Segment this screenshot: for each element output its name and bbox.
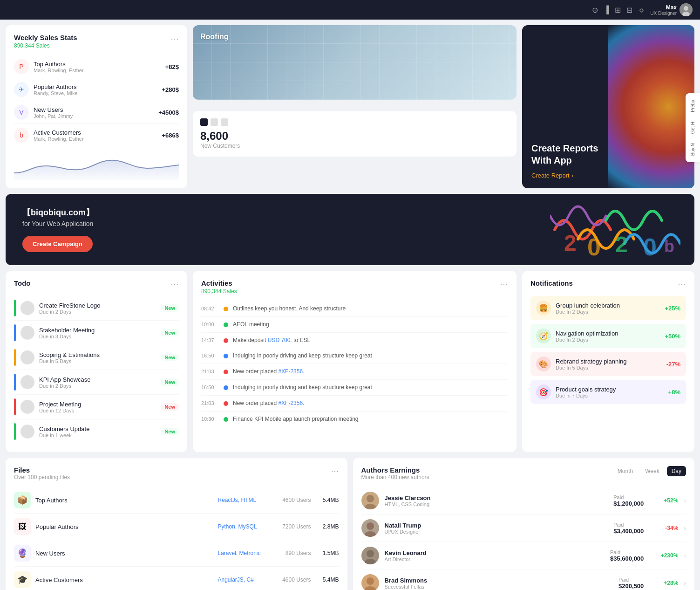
- author-amount-1: $3,400,000: [613, 528, 644, 535]
- todo-badge-0: New: [161, 304, 179, 312]
- promo-text: 【biqobiqu.com】 for Your Web Application …: [22, 207, 94, 252]
- activity-item-3: 16:50 Indulging in poorly driving and ke…: [201, 348, 508, 364]
- stat-new-users-sub: John, Pat, Jimmy: [34, 113, 154, 119]
- activity-time-2: 14:37: [201, 337, 219, 343]
- svg-point-13: [365, 559, 376, 564]
- create-report-link[interactable]: Create Report ›: [531, 172, 685, 179]
- todo-badge-4: New: [161, 403, 179, 411]
- todo-badge-1: New: [161, 329, 179, 336]
- activity-time-0: 08:42: [201, 306, 219, 311]
- todo-item-3: KPI App Showcase Due in 2 Days New: [14, 370, 179, 395]
- user-profile[interactable]: Max UX Designer: [650, 3, 693, 16]
- notif-due-0: Due In 2 Days: [556, 309, 660, 315]
- svg-point-1: [684, 6, 688, 11]
- notif-icon-3: 🎯: [536, 384, 551, 399]
- todo-item-0: Create FireStone Logo Due in 2 Days New: [14, 296, 179, 321]
- todo-due-0: Due in 2 Days: [39, 309, 156, 315]
- top-authors-icon: P: [14, 59, 29, 74]
- file-users-0: 4600 Users: [274, 497, 311, 503]
- activity-link-4[interactable]: #XF-2356.: [278, 368, 304, 375]
- activity-dot-2: [224, 338, 228, 343]
- author-item-3: Brad Simmons Successful Fellas Paid $200…: [361, 569, 686, 590]
- todo-indicator-1: [14, 324, 16, 341]
- activity-link-2[interactable]: USD 700.: [268, 337, 292, 343]
- middle-col: Roofing 8,600 New Customers: [193, 25, 517, 188]
- svg-point-12: [367, 550, 374, 557]
- filter-icon[interactable]: ▐: [604, 6, 609, 14]
- notif-value-0: +25%: [665, 305, 680, 312]
- file-name-0: Top Authors: [35, 497, 213, 504]
- create-campaign-button[interactable]: Create Campaign: [22, 236, 93, 252]
- nc-icon-light: [211, 118, 218, 126]
- notif-item-3: 🎯 Product goals strategy Due in 7 Days +…: [530, 380, 686, 404]
- author-amount-3: $200,500: [618, 583, 644, 590]
- author-item-2: Kevin Leonard Art Director Paid $35,600,…: [361, 542, 686, 569]
- notif-due-2: Due In 5 Days: [556, 365, 662, 370]
- author-change-1: -34%: [655, 525, 678, 531]
- notif-due-1: Due In 2 Days: [556, 337, 660, 343]
- notifications-list: 🍔 Group lunch celebration Due In 2 Days …: [530, 296, 686, 404]
- activities-menu[interactable]: ⋯: [500, 279, 508, 289]
- author-name-2: Kevin Leonard: [385, 549, 605, 556]
- activity-text-4: New order placed #XF-2356.: [233, 368, 304, 376]
- search-icon[interactable]: ⊙: [592, 6, 598, 14]
- ae-subtitle: More than 400 new authors: [361, 474, 429, 480]
- todo-menu[interactable]: ⋯: [170, 279, 179, 289]
- author-chevron-3[interactable]: ›: [684, 579, 686, 587]
- activities-subtitle: 890,344 Sales: [201, 288, 237, 295]
- todo-indicator-4: [14, 398, 16, 415]
- activity-time-1: 10:00: [201, 322, 219, 327]
- author-chevron-2[interactable]: ›: [684, 552, 686, 559]
- author-chevron-1[interactable]: ›: [684, 524, 686, 532]
- tab-month[interactable]: Month: [613, 466, 638, 476]
- stat-active-customers-value: +686$: [162, 132, 179, 139]
- promo-subtitle: for Your Web Application: [22, 220, 94, 227]
- grid2-icon[interactable]: ⊟: [626, 6, 632, 14]
- activity-item-1: 10:00 AEOL meeting: [201, 317, 508, 333]
- todo-name-3: KPI App Showcase: [39, 376, 156, 383]
- weekly-sales-menu[interactable]: ⋯: [170, 34, 179, 44]
- new-users-icon: V: [14, 105, 29, 120]
- stat-new-users-name: New Users: [34, 106, 154, 113]
- weekly-sales-subtitle: 890,344 Sales: [14, 42, 77, 49]
- active-customers-icon: b: [14, 128, 29, 143]
- todo-due-5: Due in 1 week: [39, 432, 156, 438]
- file-name-3: Active Customers: [35, 576, 213, 583]
- notifications-title: Notifications: [530, 279, 573, 287]
- svg-point-10: [367, 522, 374, 530]
- file-users-1: 7200 Users: [274, 523, 311, 530]
- todo-due-3: Due in 2 Days: [39, 383, 156, 389]
- activity-time-5: 16:50: [201, 384, 219, 390]
- svg-text:2: 2: [564, 231, 577, 255]
- activity-dot-0: [224, 307, 228, 311]
- todo-item-2: Scoping & Estimations Due in 5 Days New: [14, 345, 179, 370]
- hint-prebu[interactable]: Prebu: [689, 97, 696, 115]
- activity-list: 08:42 Outlines keep you honest. And keep…: [201, 301, 508, 426]
- author-chevron-0[interactable]: ›: [684, 497, 686, 504]
- todo-list: Create FireStone Logo Due in 2 Days New …: [14, 296, 179, 444]
- author-paid-label-0: Paid: [613, 494, 644, 500]
- file-item-3: 🎓 Active Customers AngularJS, C# 4600 Us…: [14, 567, 339, 590]
- stat-popular-authors-name: Popular Authors: [34, 83, 157, 90]
- stat-active-customers-name: Active Customers: [34, 129, 157, 136]
- activity-text-0: Outlines keep you honest. And keep struc…: [233, 305, 346, 313]
- tab-week[interactable]: Week: [640, 466, 664, 476]
- files-menu[interactable]: ⋯: [331, 466, 339, 476]
- hint-buy-n[interactable]: Buy N: [689, 140, 696, 158]
- avatar[interactable]: [680, 3, 693, 16]
- username-label: Max: [650, 4, 677, 11]
- nc-icon-dark: [200, 118, 208, 126]
- activity-dot-1: [224, 322, 228, 327]
- files-title: Files: [14, 466, 70, 474]
- activity-text-6: New order placed #XF-2356.: [233, 399, 304, 407]
- theme-icon[interactable]: ☼: [638, 6, 645, 14]
- notifications-menu[interactable]: ⋯: [678, 279, 686, 289]
- svg-text:2: 2: [615, 232, 628, 257]
- hint-get-h[interactable]: Get H: [689, 119, 696, 137]
- cr-arrow-icon: ›: [571, 172, 573, 179]
- file-item-1: 🖼 Popular Authors Python, MySQL 7200 Use…: [14, 514, 339, 540]
- tab-day[interactable]: Day: [667, 466, 686, 476]
- todo-avatar-5: [20, 425, 34, 439]
- grid-icon[interactable]: ⊞: [615, 6, 621, 14]
- activity-link-6[interactable]: #XF-2356.: [278, 400, 304, 406]
